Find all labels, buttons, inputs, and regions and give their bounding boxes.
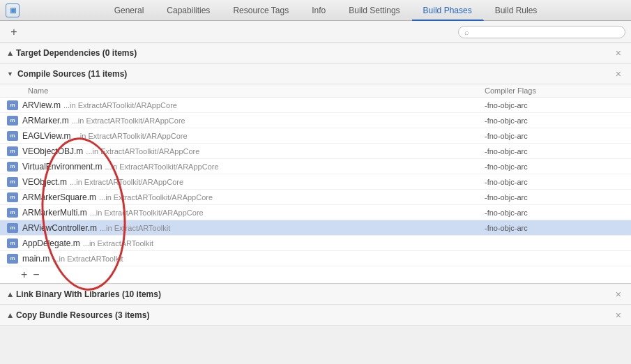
file-path: ...in ExtractARToolkit/ARAppCore: [74, 132, 485, 140]
section-header-link-binary[interactable]: ▶ Link Binary With Libraries (10 items) …: [0, 285, 631, 305]
file-icon: m: [7, 116, 18, 126]
section-title-copy-bundle: Copy Bundle Resources (3 items): [16, 310, 613, 320]
section-link-binary: ▶ Link Binary With Libraries (10 items) …: [0, 285, 631, 305]
file-flags: -fno-objc-arc: [485, 162, 624, 171]
file-flags: -fno-objc-arc: [485, 116, 624, 125]
file-icon: m: [7, 254, 18, 264]
file-name: ARMarkerSquare.m: [22, 192, 96, 202]
file-path: ...in ExtractARToolkit: [100, 224, 485, 232]
file-flags: -fno-objc-arc: [485, 178, 624, 186]
search-icon: ⌕: [464, 28, 469, 36]
close-compile-sources[interactable]: ×: [613, 68, 624, 79]
file-flags: -fno-objc-arc: [485, 101, 624, 109]
table-row[interactable]: m EAGLView.m ...in ExtractARToolkit/ARAp…: [0, 128, 631, 144]
file-path: ...in ExtractARToolkit/ARAppCore: [99, 193, 485, 202]
search-box: ⌕: [458, 26, 625, 38]
main-content: ▶ Target Dependencies (0 items) × ▼ Comp…: [0, 43, 631, 364]
file-path: ...in ExtractARToolkit/ARAppCore: [70, 178, 485, 186]
file-path: ...in ExtractARToolkit/ARAppCore: [86, 147, 485, 156]
close-target-dependencies[interactable]: ×: [613, 47, 624, 59]
section-title-compile-sources: Compile Sources (11 items): [17, 69, 613, 79]
file-icon: m: [7, 131, 18, 141]
search-input[interactable]: [472, 28, 611, 36]
table-row[interactable]: m main.m ...in ExtractARToolkit: [0, 251, 631, 266]
file-name: ARView.m: [22, 100, 61, 110]
triangle-copy-bundle: ▶: [6, 313, 13, 318]
triangle-target-dependencies: ▶: [6, 51, 13, 56]
file-name: EAGLView.m: [22, 131, 71, 141]
add-file-button[interactable]: +: [21, 269, 27, 280]
file-name: main.m: [22, 254, 50, 264]
file-path: ...in ExtractARToolkit/ARAppCore: [63, 101, 485, 109]
table-row[interactable]: m ARMarkerMulti.m ...in ExtractARToolkit…: [0, 205, 631, 220]
file-name: VirtualEnvironment.m: [22, 162, 102, 172]
file-name: ARMarkerMulti.m: [22, 208, 87, 218]
col-name-header: Name: [28, 86, 485, 95]
tab-resource-tags[interactable]: Resource Tags: [222, 0, 301, 21]
toolbar: + ⌕: [0, 21, 631, 43]
file-icon: m: [7, 100, 18, 110]
xcode-icon: ▣: [6, 3, 20, 17]
file-path: ...in ExtractARToolkit: [83, 239, 485, 248]
section-target-dependencies: ▶ Target Dependencies (0 items) ×: [0, 43, 631, 63]
close-link-binary[interactable]: ×: [613, 289, 624, 300]
file-icon: m: [7, 238, 18, 248]
file-flags: -fno-objc-arc: [485, 132, 624, 140]
section-copy-bundle: ▶ Copy Bundle Resources (3 items) ×: [0, 305, 631, 326]
add-phase-button[interactable]: +: [6, 25, 22, 39]
file-flags: -fno-objc-arc: [485, 193, 624, 202]
tab-build-settings[interactable]: Build Settings: [337, 0, 411, 21]
file-flags: -fno-objc-arc: [485, 147, 624, 156]
tab-info[interactable]: Info: [301, 0, 337, 21]
file-path: ...in ExtractARToolkit/ARAppCore: [72, 116, 485, 125]
file-icon: m: [7, 223, 18, 233]
triangle-compile-sources: ▼: [7, 70, 13, 77]
file-icon: m: [7, 177, 18, 187]
file-flags: -fno-objc-arc: [485, 224, 624, 232]
section-header-target-dependencies[interactable]: ▶ Target Dependencies (0 items) ×: [0, 43, 631, 63]
tab-bar: ▣ General Capabilities Resource Tags Inf…: [0, 0, 631, 21]
tabs-container: General Capabilities Resource Tags Info …: [26, 0, 625, 21]
table-row[interactable]: m ARMarker.m ...in ExtractARToolkit/ARAp…: [0, 113, 631, 128]
row-actions: + −: [0, 266, 631, 283]
table-row[interactable]: m ARMarkerSquare.m ...in ExtractARToolki…: [0, 190, 631, 205]
file-name: VEObject.m: [22, 177, 67, 187]
table-row[interactable]: m VEObjectOBJ.m ...in ExtractARToolkit/A…: [0, 144, 631, 159]
table-row[interactable]: m AppDelegate.m ...in ExtractARToolkit: [0, 236, 631, 251]
file-name: VEObjectOBJ.m: [22, 146, 83, 156]
table-row[interactable]: m VEObject.m ...in ExtractARToolkit/ARAp…: [0, 174, 631, 190]
section-title-target-dependencies: Target Dependencies (0 items): [16, 48, 613, 58]
section-compile-sources: ▼ Compile Sources (11 items) × Name Comp…: [0, 64, 631, 284]
section-header-compile-sources[interactable]: ▼ Compile Sources (11 items) ×: [0, 64, 631, 84]
close-copy-bundle[interactable]: ×: [613, 310, 624, 321]
file-flags: -fno-objc-arc: [485, 208, 624, 217]
table-row[interactable]: m ARView.m ...in ExtractARToolkit/ARAppC…: [0, 98, 631, 113]
file-path: ...in ExtractARToolkit: [52, 255, 485, 263]
tab-general[interactable]: General: [103, 0, 156, 21]
triangle-link-binary: ▶: [6, 292, 13, 297]
content-wrapper: ▶ Target Dependencies (0 items) × ▼ Comp…: [0, 43, 631, 326]
file-icon: m: [7, 208, 18, 218]
file-name: ARMarker.m: [22, 116, 69, 126]
file-icon: m: [7, 146, 18, 156]
table-row[interactable]: m ARViewController.m ...in ExtractARTool…: [0, 220, 631, 236]
table-row[interactable]: m VirtualEnvironment.m ...in ExtractARTo…: [0, 159, 631, 174]
tab-build-phases[interactable]: Build Phases: [412, 0, 484, 21]
file-icon: m: [7, 192, 18, 202]
file-name: ARViewController.m: [22, 223, 97, 233]
remove-file-button[interactable]: −: [33, 269, 39, 280]
col-flags-header: Compiler Flags: [485, 86, 624, 95]
file-path: ...in ExtractARToolkit/ARAppCore: [105, 162, 485, 171]
column-headers: Name Compiler Flags: [0, 84, 631, 98]
file-icon: m: [7, 162, 18, 172]
file-path: ...in ExtractARToolkit/ARAppCore: [90, 208, 485, 217]
tab-capabilities[interactable]: Capabilities: [155, 0, 222, 21]
tab-build-rules[interactable]: Build Rules: [484, 0, 549, 21]
section-header-copy-bundle[interactable]: ▶ Copy Bundle Resources (3 items) ×: [0, 305, 631, 326]
section-title-link-binary: Link Binary With Libraries (10 items): [16, 289, 613, 299]
file-name: AppDelegate.m: [22, 238, 80, 248]
